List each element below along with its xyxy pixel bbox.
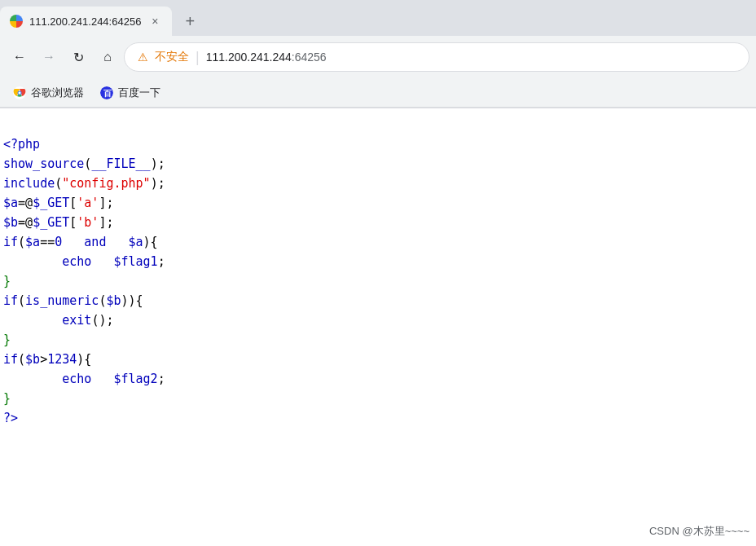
line-if-is-numeric: if(is_numeric($b)){ (3, 293, 143, 308)
forward-button[interactable]: → (36, 44, 62, 70)
security-icon: ⚠ (138, 51, 148, 64)
page-content: <?php show_source(__FILE__); include("co… (0, 108, 756, 546)
line-include: include("config.php"); (3, 176, 165, 191)
url-host: 111.200.241.244 (206, 51, 292, 64)
home-button[interactable]: ⌂ (94, 44, 121, 70)
bookmarks-bar: 谷歌浏览器 百 百度一下 (0, 78, 756, 108)
line-close-if-numeric: } (3, 332, 11, 347)
line-php-close: ?> (3, 411, 18, 425)
tab-favicon (10, 15, 23, 28)
line-var-a: $a=@$_GET['a']; (3, 196, 113, 210)
line-echo-flag2: echo $flag2; (3, 372, 165, 386)
baidu-icon: 百 (100, 86, 113, 99)
line-close-if-b: } (3, 391, 11, 406)
active-tab[interactable]: 111.200.241.244:64256 × (0, 7, 172, 36)
security-text: 不安全 (155, 50, 189, 64)
line-var-b: $b=@$_GET['b']; (3, 215, 113, 230)
line-close-if-a: } (3, 274, 11, 288)
code-display: <?php show_source(__FILE__); include("co… (3, 115, 753, 467)
new-tab-button[interactable]: + (175, 7, 204, 36)
address-bar-row: ← → ↻ ⌂ ⚠ 不安全 | 111.200.241.244:64256 (0, 36, 756, 78)
watermark: CSDN @木苏里~~~~ (649, 523, 749, 540)
address-bar[interactable]: ⚠ 不安全 | 111.200.241.244:64256 (124, 42, 749, 72)
line-show-source: show_source(__FILE__); (3, 156, 165, 171)
tab-bar: 111.200.241.244:64256 × + (0, 0, 756, 36)
tab-title: 111.200.241.244:64256 (29, 15, 141, 28)
line-if-a: if($a==0 and $a){ (3, 235, 158, 249)
back-button[interactable]: ← (7, 44, 33, 70)
bookmark-baidu[interactable]: 百 百度一下 (94, 82, 167, 103)
tab-close-button[interactable]: × (147, 14, 162, 29)
url-display: 111.200.241.244:64256 (206, 51, 327, 64)
reload-button[interactable]: ↻ (65, 44, 91, 70)
url-separator: | (196, 49, 200, 66)
bookmark-google-chrome-label: 谷歌浏览器 (31, 86, 84, 100)
line-echo-flag1: echo $flag1; (3, 254, 165, 269)
svg-text:百: 百 (103, 89, 112, 98)
bookmark-baidu-label: 百度一下 (118, 86, 160, 100)
line-exit: exit(); (3, 313, 113, 328)
svg-point-2 (19, 91, 21, 94)
browser-chrome: 111.200.241.244:64256 × + ← → ↻ ⌂ ⚠ 不安全 … (0, 0, 756, 108)
chrome-icon (13, 86, 26, 99)
line-if-b-gt: if($b>1234){ (3, 352, 91, 367)
bookmark-google-chrome[interactable]: 谷歌浏览器 (7, 82, 90, 103)
line-php-open: <?php (3, 137, 40, 152)
url-port: :64256 (292, 51, 327, 64)
